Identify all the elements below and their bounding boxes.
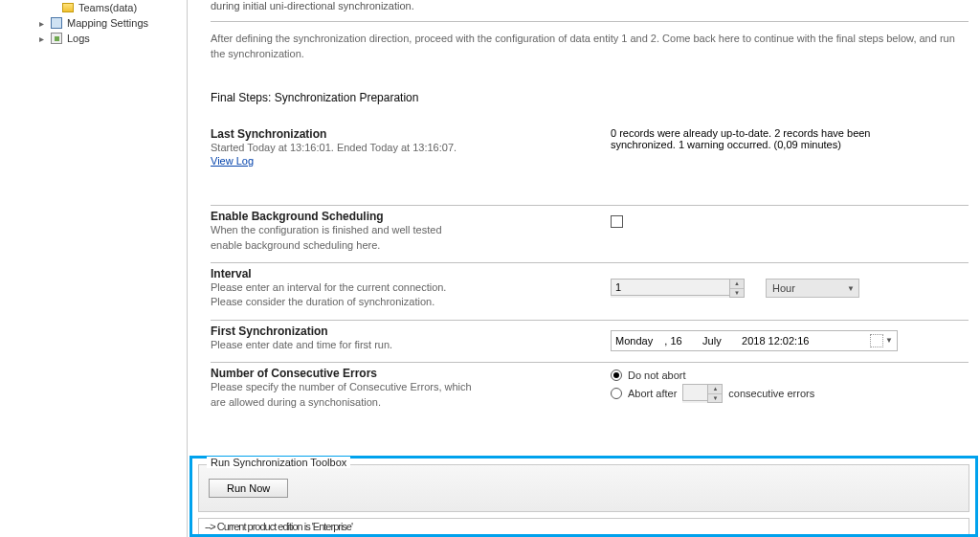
calendar-icon[interactable] [870,334,883,347]
final-steps-heading: Final Steps: Synchronization Preparation [211,91,969,104]
spinner-up-icon[interactable]: ▲ [730,280,744,289]
run-sync-toolbox: Run Synchronization Toolbox Run Now [198,464,969,512]
bg-scheduling-row: Enable Background Scheduling When the co… [211,210,969,253]
logs-icon [50,32,63,45]
bg-scheduling-checkbox[interactable] [611,215,623,228]
bg-scheduling-desc2: enable background scheduling here. [211,238,611,253]
status-line: --> Current product edition is 'Enterpri… [198,518,969,534]
tree-item-label: Teams(data) [78,2,137,13]
consec-errors-desc2: are allowed during a synchonisation. [211,395,611,410]
interval-desc1: Please enter an interval for the current… [211,280,611,295]
divider [211,320,969,321]
radio-abort-after-prefix: Abort after [628,388,677,399]
interval-stepper[interactable]: ▲ ▼ [611,279,745,298]
chevron-down-icon[interactable]: ▼ [885,336,893,345]
last-sync-row: Last Synchronization Started Today at 13… [211,127,969,167]
last-sync-summary-line2: synchronized. 1 warning occurred. (0,09 … [611,139,963,150]
spinner-up-icon[interactable]: ▲ [708,385,722,394]
consec-errors-desc1: Please specify the number of Consecutive… [211,380,611,394]
last-sync-label: Last Synchronization [211,127,611,141]
chevron-down-icon: ▼ [843,284,858,293]
navigation-tree: Teams(data) ▸ Mapping Settings ▸ Logs [0,0,187,537]
divider [211,262,969,263]
bg-scheduling-desc1: When the configuration is finished and w… [211,223,611,237]
first-sync-row: First Synchronization Please enter date … [211,324,969,352]
interval-unit-select[interactable]: Hour ▼ [766,279,859,298]
divider [211,21,969,22]
intro-fragment: during initial uni-directional synchroni… [211,0,969,15]
radio-do-not-abort[interactable] [611,369,622,381]
consec-errors-row: Number of Consecutive Errors Please spec… [211,367,969,410]
bg-scheduling-label: Enable Background Scheduling [211,210,611,223]
interval-label: Interval [211,267,611,280]
radio-abort-after-suffix: consecutive errors [728,388,814,399]
run-sync-toolbox-highlight: Run Synchronization Toolbox Run Now --> … [189,456,978,537]
divider [211,362,969,363]
tree-item-mapping-settings[interactable]: ▸ Mapping Settings [0,15,187,31]
chevron-right-icon[interactable]: ▸ [34,34,48,44]
interval-unit-value: Hour [767,282,843,294]
radio-abort-after[interactable] [611,388,622,399]
toolbox-legend: Run Synchronization Toolbox [207,457,350,468]
spinner-down-icon[interactable]: ▼ [708,394,722,403]
spinner-down-icon[interactable]: ▼ [730,289,744,298]
tree-item-teams-data[interactable]: Teams(data) [0,0,187,15]
tree-item-label: Mapping Settings [67,17,148,29]
main-panel: during initial uni-directional synchroni… [187,0,980,537]
last-sync-summary-line1: 0 records were already up-to-date. 2 rec… [611,127,963,139]
status-text: --> Current product edition is 'Enterpri… [205,521,352,532]
mapping-icon [50,16,63,30]
divider [211,205,969,206]
first-sync-label: First Synchronization [211,324,611,338]
chevron-right-icon[interactable]: ▸ [34,18,48,29]
interval-input[interactable] [611,279,729,296]
first-sync-datepicker[interactable]: Monday , 16 July 2018 12:02:16 ▼ [611,330,898,351]
interval-desc2: Please consider the duration of synchron… [211,295,611,309]
view-log-link[interactable]: View Log [211,155,254,167]
run-now-button[interactable]: Run Now [209,479,288,498]
interval-row: Interval Please enter an interval for th… [211,267,969,310]
abort-after-input[interactable] [682,384,707,401]
first-sync-date-text: Monday , 16 July 2018 12:02:16 [615,335,809,347]
abort-after-stepper[interactable]: ▲ ▼ [682,384,723,403]
tree-item-logs[interactable]: ▸ Logs [0,31,187,46]
folder-icon [61,1,75,14]
last-sync-detail: Started Today at 13:16:01. Ended Today a… [211,141,611,155]
consec-errors-label: Number of Consecutive Errors [211,367,611,380]
first-sync-desc: Please enter date and time for first run… [211,338,611,352]
radio-do-not-abort-label: Do not abort [628,369,686,381]
intro-paragraph: After defining the synchronization direc… [211,32,969,62]
tree-item-label: Logs [67,33,90,44]
